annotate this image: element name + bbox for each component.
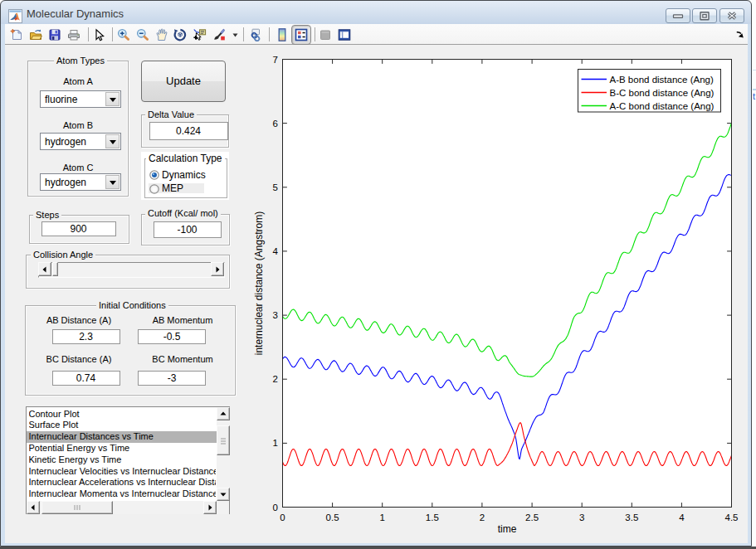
svg-text:internuclear distance (Angstro: internuclear distance (Angstrom) — [253, 211, 265, 355]
svg-text:1: 1 — [273, 438, 278, 448]
svg-text:A-B bond distance (Ang): A-B bond distance (Ang) — [610, 75, 714, 85]
svg-text:3: 3 — [273, 310, 278, 320]
svg-text:0: 0 — [273, 503, 278, 513]
svg-text:7: 7 — [273, 55, 278, 65]
svg-text:B-C bond distance (Ang): B-C bond distance (Ang) — [610, 88, 715, 98]
svg-text:0: 0 — [280, 513, 285, 522]
svg-text:4: 4 — [679, 513, 685, 522]
svg-text:6: 6 — [273, 119, 278, 129]
svg-text:2: 2 — [480, 513, 485, 522]
svg-text:2: 2 — [273, 374, 278, 384]
svg-text:time: time — [498, 523, 517, 535]
svg-text:3.5: 3.5 — [625, 513, 638, 522]
svg-text:3: 3 — [579, 513, 584, 522]
svg-text:4: 4 — [273, 246, 279, 256]
svg-text:2.5: 2.5 — [525, 513, 539, 522]
svg-text:0.5: 0.5 — [326, 513, 339, 522]
svg-text:4.5: 4.5 — [725, 513, 739, 522]
svg-text:1.5: 1.5 — [426, 513, 439, 522]
svg-text:5: 5 — [273, 182, 278, 192]
svg-text:A-C bond distance (Ang): A-C bond distance (Ang) — [610, 101, 715, 111]
svg-text:1: 1 — [379, 513, 384, 522]
